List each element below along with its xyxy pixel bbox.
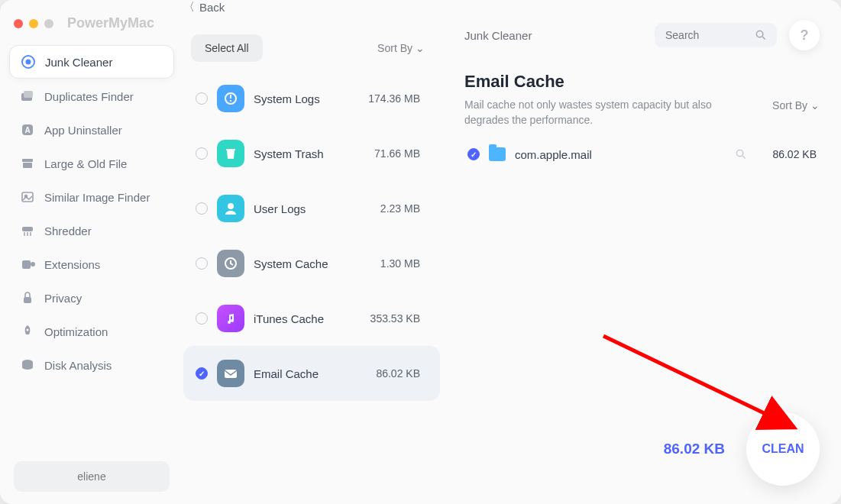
category-item-system-trash[interactable]: System Trash 71.66 MB	[183, 126, 440, 181]
mail-icon	[217, 360, 244, 387]
clean-button[interactable]: CLEAN	[746, 412, 820, 486]
category-size: 86.02 KB	[376, 367, 420, 380]
sidebar-item-label: Optimization	[44, 325, 108, 338]
file-list: com.apple.mail 86.02 KB	[464, 141, 820, 167]
disk-icon	[20, 357, 35, 373]
category-label: User Logs	[254, 202, 371, 215]
svg-rect-16	[24, 297, 31, 303]
category-label: System Cache	[254, 257, 371, 270]
close-window-button[interactable]	[14, 19, 23, 28]
music-icon	[217, 305, 244, 332]
svg-rect-20	[230, 95, 231, 99]
detail-footer: 86.02 KB CLEAN	[664, 412, 820, 486]
category-checkbox[interactable]	[196, 312, 208, 325]
file-size: 86.02 KB	[755, 148, 817, 160]
sidebar-item-extensions[interactable]: Extensions	[9, 248, 174, 280]
search-input[interactable]	[665, 29, 748, 41]
category-checkbox[interactable]	[196, 147, 208, 160]
category-label: Email Cache	[254, 367, 367, 380]
category-label: System Logs	[254, 92, 359, 105]
file-row[interactable]: com.apple.mail 86.02 KB	[464, 141, 820, 167]
puzzle-icon	[20, 257, 35, 272]
reveal-in-finder-icon[interactable]	[736, 149, 746, 160]
minimize-window-button[interactable]	[29, 19, 38, 28]
category-item-itunes-cache[interactable]: iTunes Cache 353.53 KB	[183, 291, 440, 346]
nav-list: Junk Cleaner Duplicates Finder A App Uni…	[9, 45, 174, 381]
category-checkbox[interactable]	[196, 257, 208, 270]
sidebar-item-similar-image-finder[interactable]: Similar Image Finder	[9, 181, 174, 213]
category-checkbox[interactable]	[196, 202, 208, 215]
sidebar-item-junk-cleaner[interactable]: Junk Cleaner	[9, 45, 174, 79]
detail-sort-dropdown[interactable]: Sort By ⌄	[772, 99, 820, 111]
back-label: Back	[199, 1, 225, 14]
svg-rect-10	[22, 227, 33, 231]
sidebar-item-label: App Uninstaller	[44, 124, 122, 137]
archive-icon	[20, 156, 35, 171]
file-checkbox[interactable]	[467, 148, 480, 160]
svg-point-23	[228, 203, 234, 209]
sidebar-item-label: Extensions	[44, 258, 100, 271]
svg-line-27	[762, 37, 765, 40]
shredder-icon	[20, 223, 35, 238]
trash-icon	[217, 140, 244, 167]
svg-line-29	[742, 156, 746, 159]
user-log-icon	[217, 195, 244, 222]
svg-text:A: A	[24, 126, 30, 134]
window-controls	[14, 19, 53, 28]
sidebar-item-label: Similar Image Finder	[44, 191, 150, 204]
category-list[interactable]: System Logs 174.36 MB System Trash 71.66…	[183, 71, 443, 504]
lock-icon	[20, 290, 35, 305]
category-checkbox[interactable]	[196, 367, 208, 380]
select-all-button[interactable]: Select All	[191, 34, 263, 62]
sidebar-item-label: Shredder	[44, 225, 92, 237]
chevron-left-icon: 〈	[183, 0, 195, 15]
category-item-email-cache[interactable]: Email Cache 86.02 KB	[183, 346, 440, 401]
detail-panel: Junk Cleaner ? Email Cache Mail cache no…	[443, 0, 841, 504]
category-toolbar: Select All Sort By ⌄	[183, 15, 443, 71]
titlebar: PowerMyMac	[9, 15, 174, 45]
svg-rect-21	[230, 100, 231, 102]
clock-icon	[217, 250, 244, 277]
svg-rect-3	[24, 91, 33, 98]
category-item-system-cache[interactable]: System Cache 1.30 MB	[183, 236, 440, 291]
sidebar-item-duplicates-finder[interactable]: Duplicates Finder	[9, 80, 174, 112]
folders-icon	[20, 89, 35, 104]
sidebar-item-shredder[interactable]: Shredder	[9, 215, 174, 247]
sidebar-item-label: Duplicates Finder	[44, 90, 134, 103]
svg-point-15	[31, 262, 35, 267]
sidebar-item-privacy[interactable]: Privacy	[9, 282, 174, 314]
sidebar-item-label: Privacy	[44, 292, 82, 305]
file-name: com.apple.mail	[515, 148, 726, 161]
category-checkbox[interactable]	[196, 92, 208, 105]
target-icon	[21, 54, 36, 69]
category-size: 2.23 MB	[380, 202, 420, 215]
svg-rect-22	[226, 149, 235, 150]
maximize-window-button[interactable]	[44, 19, 53, 28]
category-item-user-logs[interactable]: User Logs 2.23 MB	[183, 181, 440, 236]
search-icon	[755, 30, 766, 40]
sidebar-item-large-old-file[interactable]: Large & Old File	[9, 147, 174, 179]
category-panel: 〈 Back Select All Sort By ⌄ System Logs …	[183, 0, 443, 504]
app-title: PowerMyMac	[67, 15, 154, 31]
sidebar-item-label: Junk Cleaner	[45, 56, 112, 69]
category-item-system-logs[interactable]: System Logs 174.36 MB	[183, 71, 440, 126]
svg-point-17	[27, 329, 29, 331]
sidebar-item-optimization[interactable]: Optimization	[9, 315, 174, 347]
svg-point-26	[756, 31, 762, 37]
back-button[interactable]: 〈 Back	[183, 0, 443, 15]
sidebar-item-app-uninstaller[interactable]: A App Uninstaller	[9, 114, 174, 146]
sidebar-item-label: Large & Old File	[44, 157, 127, 170]
folder-icon	[489, 147, 506, 161]
app-icon: A	[20, 122, 35, 137]
sidebar-item-disk-analysis[interactable]: Disk Analysis	[9, 349, 174, 381]
category-sort-dropdown[interactable]: Sort By ⌄	[377, 42, 425, 54]
detail-title: Email Cache	[464, 72, 820, 92]
app-window: PowerMyMac Junk Cleaner Duplicates Finde…	[0, 0, 841, 504]
search-box[interactable]	[655, 23, 777, 47]
svg-rect-6	[22, 159, 33, 162]
help-button[interactable]: ?	[789, 20, 820, 50]
user-pill[interactable]: eliene	[14, 461, 170, 492]
log-icon	[217, 85, 244, 112]
chevron-down-icon: ⌄	[416, 42, 425, 54]
svg-rect-14	[22, 260, 31, 269]
